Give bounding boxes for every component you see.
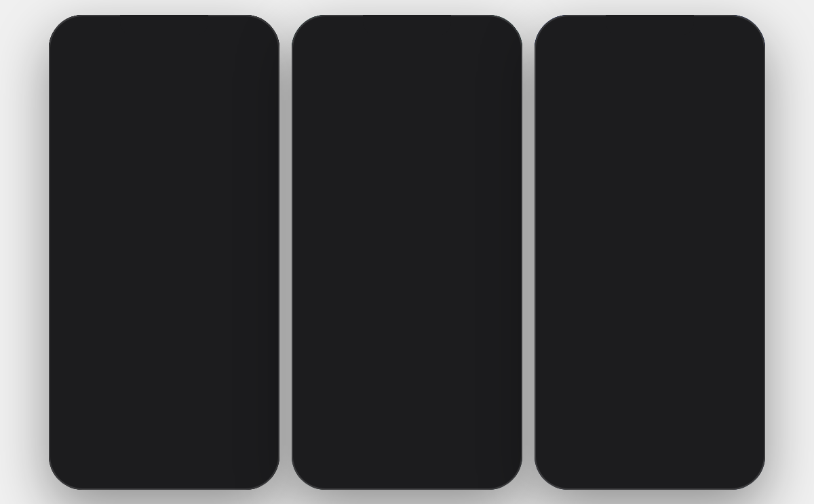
rating-count: (12K): [573, 282, 592, 292]
description-more-2[interactable]: MORE: [397, 336, 421, 345]
episode-row-1[interactable]: 🎙 THURSDAY The Collapse of the 90's... ▶…: [60, 325, 269, 364]
tab-library-3[interactable]: ▤ Library: [659, 456, 699, 482]
tab-listen-now-1[interactable]: ⏵ Listen Now: [58, 381, 98, 406]
rating-row: ★ 4.6 (12K) · News · Updated Weekly: [545, 282, 754, 292]
listen-now-icon: ⏵: [71, 381, 85, 397]
episodes-header-3: Episodes See All: [545, 353, 754, 366]
show-thumb-nodunks: NODUNKS THE ATHLETIC: [60, 194, 134, 269]
codeswitch-artwork: [589, 49, 711, 171]
search-icon: ⌕: [247, 381, 255, 397]
episode-series: How to Inspire (Side A): [343, 398, 473, 408]
show-description-2: Recorded in Yellow Springs, Ohio through…: [303, 310, 511, 347]
wifi-icon: WiFi: [238, 28, 253, 37]
top-shows-header: Top Shows See All: [60, 175, 269, 187]
library-label: Library: [182, 400, 204, 407]
promo-text: Get early access to sports stories that …: [68, 125, 208, 157]
tab-bar-1: ⏵ Listen Now ⊞ Browse ▤ Library ⌕ Search: [49, 375, 279, 415]
top-episodes-header: Top Episodes See All: [60, 306, 269, 318]
status-icons-2: ▪▪▪ WiFi 🔋: [469, 28, 509, 37]
status-icons-3: ▪▪▪ WiFi 🔋: [712, 28, 752, 37]
description-more-3[interactable]: MORE: [644, 266, 669, 275]
get-button[interactable]: GET: [708, 311, 745, 331]
top-shows-see-all[interactable]: See All: [241, 176, 269, 186]
tab-search-2[interactable]: ⌕ Search: [473, 456, 514, 481]
episodes-see-all-3[interactable]: See All: [727, 355, 754, 365]
notch-space-2: [355, 23, 437, 42]
free-episode-button[interactable]: ▶ Free Episode: [303, 221, 511, 254]
tab-library-1[interactable]: ▤ Library: [173, 381, 214, 407]
tab-listen-now-2[interactable]: ⏵ Listen Now: [301, 456, 341, 481]
episodes-title-2: Episodes: [303, 366, 354, 379]
luminary-link[interactable]: Luminary ›: [292, 187, 522, 206]
library-icon-2: ▤: [429, 456, 442, 472]
episode-title-2: Gladiator Circus World (Si...: [343, 410, 473, 422]
search-label-3: Search: [726, 473, 748, 481]
episode-thumb-3: CODE SWITCH: [545, 375, 579, 409]
nav-right-2: + •••: [480, 43, 511, 57]
npr-link[interactable]: NPR ›: [535, 168, 765, 186]
tab-listen-now-3[interactable]: ⏵ Listen Now: [543, 456, 584, 481]
top-episodes-see-all[interactable]: See All: [241, 307, 269, 317]
promo-subtitle: 1 month free then $0.99/month: [68, 150, 208, 157]
tab-library-2[interactable]: ▤ Library: [416, 456, 457, 482]
tab-bar-3: ⏵ Listen Now ⊞ Browse ▤ Library ⌕ Search: [535, 450, 765, 490]
episode-controls-1: ▶ 30: [237, 336, 269, 353]
status-time: 9:41: [62, 27, 80, 37]
episode-skip-button-1[interactable]: 30: [251, 336, 269, 353]
phone1-hero-content: The Athletic 82 shows · Updated Daily Ge…: [49, 72, 279, 163]
more-button-2[interactable]: •••: [496, 43, 511, 57]
signal-icon-2: ▪▪▪: [469, 28, 478, 37]
episode-row-2[interactable]: Midnight Miracle EPISODE 1 How to Inspir…: [303, 386, 511, 425]
episode-title-3: Words Of Advice: [586, 391, 716, 402]
episode-skip-button-2[interactable]: 30: [494, 397, 511, 414]
sub-price: $2.99/month: [555, 329, 708, 337]
episode-play-button-3[interactable]: ▶: [723, 386, 731, 399]
search-icon-3: ⌕: [733, 456, 741, 471]
search-label-2: Search: [483, 473, 505, 481]
try-luminary-button[interactable]: Try Luminary Free: [303, 260, 511, 292]
face-shape: [626, 79, 674, 140]
episode-date-1: THURSDAY: [100, 334, 231, 342]
show-card-football[interactable]: The Athletic FootballShow 🏈 Football Dai…: [141, 194, 216, 289]
episode-controls-2: ▶ 30: [480, 397, 511, 414]
top-episodes-title: Top Episodes: [60, 306, 130, 318]
episodes-see-all-2[interactable]: See All: [484, 367, 511, 377]
add-button-3[interactable]: +: [722, 43, 730, 57]
top-shows-title: Top Shows: [60, 175, 117, 187]
phone2-content: ▶ Free Episode Try Luminary Free 35 Show…: [292, 212, 522, 450]
try-free-button[interactable]: TRY FREE: [208, 132, 260, 150]
episode-skip-button-3[interactable]: 30: [737, 383, 754, 401]
status-bar: 9:41 ▪▪▪ WiFi 🔋: [49, 15, 279, 45]
more-button-3[interactable]: •••: [739, 43, 754, 56]
dot-sep-2: ·: [627, 282, 629, 292]
tab-browse-3[interactable]: ⊞ Browse: [601, 456, 642, 482]
library-icon-3: ▤: [672, 456, 685, 472]
tab-browse-1[interactable]: ⊞ Browse: [115, 381, 156, 407]
football-title: FootballShow: [155, 210, 202, 237]
latest-episode-button[interactable]: ▶ Latest Episode: [545, 201, 754, 233]
tab-search-1[interactable]: ⌕ Search: [231, 381, 271, 406]
tab-search-3[interactable]: ⌕ Search: [716, 456, 757, 481]
episode-num: EPISODE 1: [343, 389, 473, 397]
episode-row-3[interactable]: CODE SWITCH MAR 2 Words Of Advice ▶ 30: [545, 372, 754, 412]
phone3-content: ▶ Latest Episode What's CODE SWITCH? It'…: [535, 191, 765, 450]
tab-browse-2[interactable]: ⊞ Browse: [358, 456, 399, 482]
episode-play-button-2[interactable]: ▶: [480, 399, 488, 412]
show-card-nodunks[interactable]: NODUNKS THE ATHLETIC Basketball Weekly: [60, 194, 134, 289]
search-label: Search: [240, 399, 262, 406]
episode-play-button-1[interactable]: ▶: [237, 338, 246, 351]
sub-title: Support bold conversations on race, spon…: [555, 305, 708, 328]
episode-controls-3: ▶ 30: [723, 383, 754, 401]
status-time-3: 9:41: [548, 27, 566, 37]
phone3-hero: 9:41 ▪▪▪ WiFi 🔋 ‹ + ••• CODE SW!TCH: [535, 15, 765, 191]
show-card-third[interactable]: 🎙 N L: [222, 194, 269, 289]
luminary-link-area: Luminary ›: [292, 187, 522, 206]
show-title-midnight: Midnight: [292, 80, 522, 103]
show-name-nodunks: Basketball: [60, 271, 134, 281]
category-label: News: [602, 282, 623, 292]
episode-info-3: MAR 2 Words Of Advice: [586, 382, 716, 402]
nodunks-content: NODUNKS THE ATHLETIC: [71, 212, 123, 250]
add-button-2[interactable]: +: [480, 43, 487, 57]
shows-row: NODUNKS THE ATHLETIC Basketball Weekly T…: [60, 194, 269, 289]
notch-space-3: [598, 23, 680, 42]
